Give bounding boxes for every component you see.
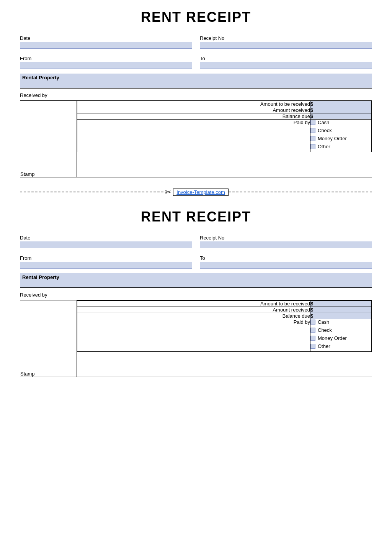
- cash-checkbox-2[interactable]: [310, 320, 315, 325]
- rental-property-label-2: Rental Property: [20, 273, 372, 281]
- money-order-checkbox-1[interactable]: [310, 136, 315, 141]
- cash-label-2: Cash: [318, 319, 329, 325]
- paid-by-label-2: Paid by: [77, 319, 310, 352]
- to-field-2: To: [200, 252, 372, 270]
- scissor-divider: ✂ Invoice-Template.com: [20, 187, 372, 197]
- divider-line-left: [20, 192, 163, 192]
- balance-due-label-2: Balance due: [77, 313, 310, 319]
- amount-received-value-2[interactable]: $: [310, 307, 372, 313]
- amount-received-label-1: Amount received: [77, 107, 310, 113]
- amounts-section-2: Amount to be received $ Amount received …: [77, 300, 372, 377]
- from-to-row-1: From To: [20, 52, 372, 71]
- receipt-title-1: RENT RECEIPT: [20, 9, 372, 25]
- payment-cash-1[interactable]: Cash: [310, 120, 371, 125]
- to-label-2: To: [200, 255, 372, 261]
- check-checkbox-2[interactable]: [310, 328, 315, 333]
- amount-received-row-2: Amount received $: [77, 307, 372, 313]
- amount-to-receive-label-1: Amount to be received: [77, 101, 310, 107]
- date-input-2[interactable]: [20, 241, 192, 248]
- paid-by-label-1: Paid by: [77, 120, 310, 152]
- amount-to-receive-value-2[interactable]: $: [310, 301, 372, 307]
- stamp-cell-1: Stamp: [20, 101, 77, 177]
- to-field-1: To: [200, 52, 372, 71]
- check-label-1: Check: [318, 128, 332, 133]
- received-by-label-2: Received by: [20, 292, 372, 298]
- amount-to-receive-value-1[interactable]: $: [310, 101, 372, 107]
- money-order-label-1: Money Order: [318, 136, 347, 141]
- cash-checkbox-1[interactable]: [310, 120, 315, 125]
- other-checkbox-2[interactable]: [310, 344, 315, 349]
- balance-due-row-1: Balance due $: [77, 113, 372, 120]
- date-input-1[interactable]: [20, 42, 192, 49]
- amounts-section-1: Amount to be received $ Amount received …: [77, 101, 372, 177]
- amount-received-label-2: Amount received: [77, 307, 310, 313]
- payment-options-1: Cash Check Money Order: [310, 120, 372, 152]
- amounts-table-1: Stamp Amount to be received $ Amount rec…: [20, 100, 372, 177]
- from-label-1: From: [20, 56, 192, 61]
- paid-by-row-1: Paid by Cash Check: [77, 120, 372, 152]
- other-checkbox-1[interactable]: [310, 144, 315, 149]
- balance-due-value-2[interactable]: $: [310, 313, 372, 319]
- check-label-2: Check: [318, 327, 332, 333]
- stamp-cell-2: Stamp: [20, 300, 77, 377]
- amount-to-receive-row-1: Amount to be received $: [77, 101, 372, 107]
- payment-check-1[interactable]: Check: [310, 128, 371, 133]
- money-order-label-2: Money Order: [318, 335, 347, 341]
- divider-line-right: [229, 192, 372, 192]
- payment-money-order-1[interactable]: Money Order: [310, 136, 371, 141]
- payment-options-2: Cash Check Money Order: [310, 319, 372, 352]
- amount-to-receive-row-2: Amount to be received $: [77, 301, 372, 307]
- date-field-1: Date: [20, 32, 192, 50]
- receipt-1: RENT RECEIPT Date Receipt No From To Ren…: [20, 0, 372, 184]
- date-label-2: Date: [20, 235, 192, 241]
- from-input-2[interactable]: [20, 262, 192, 269]
- stamp-label-2: Stamp: [20, 371, 35, 377]
- payment-cash-2[interactable]: Cash: [310, 319, 371, 325]
- from-field-1: From: [20, 52, 192, 71]
- other-label-1: Other: [318, 144, 330, 149]
- from-field-2: From: [20, 252, 192, 270]
- scissor-icon: ✂: [165, 187, 172, 197]
- money-order-checkbox-2[interactable]: [310, 336, 315, 341]
- receipt-2: RENT RECEIPT Date Receipt No From To Ren…: [20, 200, 372, 383]
- other-label-2: Other: [318, 343, 330, 349]
- rental-property-row-2: Rental Property: [20, 273, 372, 288]
- receipt-no-input-2[interactable]: [200, 241, 372, 248]
- amount-to-receive-label-2: Amount to be received: [77, 301, 310, 307]
- date-label-1: Date: [20, 35, 192, 41]
- date-receiptno-row-1: Date Receipt No: [20, 32, 372, 50]
- amount-received-value-1[interactable]: $: [310, 107, 372, 113]
- inner-table-1: Amount to be received $ Amount received …: [77, 101, 372, 152]
- receipt-no-label-2: Receipt No: [200, 235, 372, 241]
- from-input-1[interactable]: [20, 62, 192, 69]
- rental-property-input-1[interactable]: [20, 82, 372, 89]
- inner-table-2: Amount to be received $ Amount received …: [77, 300, 372, 352]
- stamp-label-1: Stamp: [20, 171, 35, 177]
- date-receiptno-row-2: Date Receipt No: [20, 232, 372, 250]
- paid-by-row-2: Paid by Cash Check: [77, 319, 372, 352]
- to-input-2[interactable]: [200, 262, 372, 269]
- amount-received-row-1: Amount received $: [77, 107, 372, 113]
- amounts-table-2: Stamp Amount to be received $ Amount rec…: [20, 300, 372, 377]
- receipt-no-label-1: Receipt No: [200, 35, 372, 41]
- payment-other-1[interactable]: Other: [310, 144, 371, 149]
- receipt-no-field-2: Receipt No: [200, 232, 372, 250]
- from-to-row-2: From To: [20, 252, 372, 270]
- rental-property-row-1: Rental Property: [20, 74, 372, 89]
- to-label-1: To: [200, 56, 372, 61]
- received-by-label-1: Received by: [20, 92, 372, 98]
- payment-check-2[interactable]: Check: [310, 327, 371, 333]
- watermark-link[interactable]: Invoice-Template.com: [173, 189, 228, 196]
- from-label-2: From: [20, 255, 192, 261]
- rental-property-label-1: Rental Property: [20, 74, 372, 82]
- rental-property-input-2[interactable]: [20, 281, 372, 288]
- receipt-title-2: RENT RECEIPT: [20, 209, 372, 225]
- check-checkbox-1[interactable]: [310, 128, 315, 133]
- watermark-container: Invoice-Template.com: [173, 189, 228, 195]
- balance-due-value-1[interactable]: $: [310, 113, 372, 120]
- cash-label-1: Cash: [318, 120, 329, 125]
- payment-money-order-2[interactable]: Money Order: [310, 335, 371, 341]
- payment-other-2[interactable]: Other: [310, 343, 371, 349]
- receipt-no-input-1[interactable]: [200, 42, 372, 49]
- to-input-1[interactable]: [200, 62, 372, 69]
